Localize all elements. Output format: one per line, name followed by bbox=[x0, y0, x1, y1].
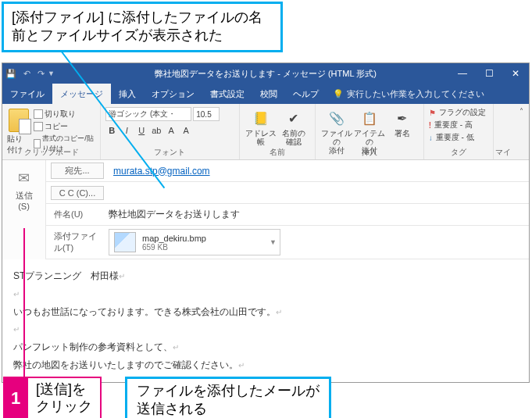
tags-group-label: タグ bbox=[424, 147, 493, 158]
address-book-label: アドレス帳 bbox=[245, 129, 277, 146]
high-importance-button[interactable]: !重要度 - 高 bbox=[429, 120, 488, 130]
font-size-select[interactable]: 10.5 bbox=[193, 107, 220, 121]
my-group-label: マイ bbox=[494, 147, 514, 158]
undo-icon[interactable]: ↶ bbox=[20, 69, 34, 79]
cc-row: C C (C)... bbox=[46, 182, 529, 204]
step-text: [送信]をクリック bbox=[28, 377, 102, 418]
maximize-button[interactable]: ☐ bbox=[476, 68, 502, 79]
redo-icon[interactable]: ↷ bbox=[34, 69, 48, 79]
paste-icon bbox=[9, 109, 29, 132]
to-button[interactable]: 宛先... bbox=[51, 163, 104, 179]
attachment-chip[interactable]: map_dekiru.bmp 659 KB ▼ bbox=[109, 229, 280, 255]
tell-me-search[interactable]: 💡 実行したい作業を入力してください bbox=[333, 88, 484, 100]
minimize-button[interactable]: — bbox=[449, 68, 476, 79]
save-icon[interactable]: 💾 bbox=[2, 69, 20, 79]
ribbon-group-clipboard: 貼り付け 切り取り コピー 書式のコピー/貼り付け クリップボード bbox=[2, 104, 101, 159]
callout-bottom: ファイルを添付したメールが送信される bbox=[125, 377, 331, 418]
check-names-icon: ✔ bbox=[284, 109, 303, 127]
cut-icon bbox=[34, 109, 43, 119]
cc-field[interactable] bbox=[109, 190, 529, 196]
address-book-button[interactable]: 📒 アドレス帳 bbox=[245, 105, 277, 146]
bulb-icon: 💡 bbox=[333, 89, 344, 99]
body-line: ↵ bbox=[13, 285, 518, 303]
font-group-label: フォント bbox=[101, 147, 238, 158]
body-line: 弊社の地図をお送りいたしますのでご確認ください。↵ bbox=[13, 356, 518, 374]
header-fields: 宛先... murata.stp@gmail.com C C (C)... 件名… bbox=[46, 160, 529, 259]
tab-insert[interactable]: 挿入 bbox=[111, 84, 144, 104]
high-importance-label: 重要度 - 高 bbox=[434, 120, 473, 130]
exclamation-icon: ! bbox=[429, 121, 431, 130]
step-pointer-line bbox=[23, 228, 25, 381]
include-group-label: 挿入 bbox=[316, 147, 423, 158]
cut-button[interactable]: 切り取り bbox=[34, 109, 95, 120]
flag-label: フラグの設定 bbox=[439, 107, 486, 118]
check-names-label: 名前の確認 bbox=[282, 129, 305, 146]
tell-me-label: 実行したい作業を入力してください bbox=[347, 88, 484, 100]
to-row: 宛先... murata.stp@gmail.com bbox=[46, 160, 529, 182]
tab-review[interactable]: 校閲 bbox=[252, 84, 285, 104]
send-label: 送信(S) bbox=[16, 190, 33, 211]
clipboard-group-label: クリップボード bbox=[2, 147, 100, 158]
signature-label: 署名 bbox=[395, 129, 410, 138]
cc-button[interactable]: C C (C)... bbox=[51, 186, 104, 200]
compose-area: ✉ 送信(S) 宛先... murata.stp@gmail.com C C (… bbox=[2, 160, 529, 259]
outlook-window: 💾 ↶ ↷ ▼ 弊社地図データをお送りします - メッセージ (HTML 形式)… bbox=[2, 63, 530, 383]
ribbon: 貼り付け 切り取り コピー 書式のコピー/貼り付け クリップボード 游ゴシック … bbox=[2, 104, 529, 160]
signature-button[interactable]: ✒ 署名 bbox=[386, 105, 419, 138]
flag-icon: ⚑ bbox=[429, 109, 436, 117]
font-color-button[interactable]: A bbox=[180, 124, 192, 137]
attachment-row: 添付ファイル(T) map_dekiru.bmp 659 KB ▼ bbox=[46, 226, 529, 259]
qat-dropdown-icon[interactable]: ▼ bbox=[48, 70, 59, 77]
to-field[interactable]: murata.stp@gmail.com bbox=[109, 163, 529, 180]
arrow-down-icon: ↓ bbox=[429, 134, 433, 142]
attachment-thumbnail-icon bbox=[114, 232, 136, 252]
attachment-size: 659 KB bbox=[142, 243, 206, 252]
ribbon-group-names: 📒 アドレス帳 ✔ 名前の確認 名前 bbox=[240, 104, 316, 159]
attachment-name: map_dekiru.bmp bbox=[142, 234, 206, 243]
tab-format[interactable]: 書式設定 bbox=[202, 84, 252, 104]
ribbon-tabs: ファイル メッセージ 挿入 オプション 書式設定 校閲 ヘルプ 💡 実行したい作… bbox=[2, 84, 529, 104]
paperclip-icon: 📎 bbox=[327, 109, 346, 127]
names-group-label: 名前 bbox=[240, 147, 315, 158]
step-number: 1 bbox=[3, 377, 28, 418]
low-importance-button[interactable]: ↓重要度 - 低 bbox=[429, 132, 488, 143]
subject-field[interactable]: 弊社地図データをお送りします bbox=[104, 205, 529, 224]
strike-button[interactable]: ab bbox=[150, 124, 162, 137]
title-bar: 💾 ↶ ↷ ▼ 弊社地図データをお送りします - メッセージ (HTML 形式)… bbox=[2, 63, 529, 84]
collapse-ribbon-button[interactable]: ˄ bbox=[513, 104, 529, 159]
copy-label: コピー bbox=[45, 121, 68, 132]
copy-icon bbox=[34, 122, 43, 131]
underline-button[interactable]: U bbox=[135, 124, 148, 137]
follow-up-button[interactable]: ⚑フラグの設定 bbox=[429, 107, 488, 118]
subject-row: 件名(U) 弊社地図データをお送りします bbox=[46, 204, 529, 226]
window-title: 弊社地図データをお送りします - メッセージ (HTML 形式) bbox=[155, 68, 377, 80]
font-name-select[interactable]: 游ゴシック (本文・ bbox=[105, 107, 191, 121]
send-icon: ✉ bbox=[18, 170, 30, 187]
attach-item-icon: 📋 bbox=[360, 109, 379, 127]
signature-icon: ✒ bbox=[393, 109, 412, 127]
attachment-label: 添付ファイル(T) bbox=[46, 230, 104, 254]
tab-file[interactable]: ファイル bbox=[2, 84, 52, 104]
ribbon-group-include: 📎 ファイルの添付 📋 アイテムの添付 ✒ 署名 挿入 bbox=[316, 104, 424, 159]
copy-button[interactable]: コピー bbox=[34, 121, 95, 132]
address-book-icon: 📒 bbox=[252, 109, 270, 127]
ribbon-group-my: マイ bbox=[494, 104, 514, 159]
check-names-button[interactable]: ✔ 名前の確認 bbox=[277, 105, 310, 146]
attachment-dropdown-icon[interactable]: ▼ bbox=[270, 238, 277, 246]
tab-options[interactable]: オプション bbox=[144, 84, 202, 104]
message-body[interactable]: STプランニング 村田様↵ ↵ いつもお世話になっております。できる株式会社の山… bbox=[2, 259, 529, 382]
body-line: いつもお世話になっております。できる株式会社の山田です。↵ bbox=[13, 303, 518, 321]
body-line: ↵ bbox=[13, 320, 518, 338]
cut-label: 切り取り bbox=[45, 109, 76, 120]
low-importance-label: 重要度 - 低 bbox=[436, 132, 474, 143]
step-callout: 1 [送信]をクリック bbox=[3, 377, 102, 418]
tab-message[interactable]: メッセージ bbox=[52, 84, 111, 104]
subject-label: 件名(U) bbox=[46, 209, 104, 220]
body-line: STプランニング 村田様↵ bbox=[13, 267, 518, 285]
close-button[interactable]: ✕ bbox=[502, 68, 529, 79]
highlight-button[interactable]: A bbox=[165, 124, 177, 137]
ribbon-group-tags: ⚑フラグの設定 !重要度 - 高 ↓重要度 - 低 タグ bbox=[424, 104, 494, 159]
tab-help[interactable]: ヘルプ bbox=[285, 84, 327, 104]
callout-top: [添付ファイル] に添付したファイルの名前とファイルサイズが表示された bbox=[2, 2, 283, 52]
body-line: パンフレット制作の参考資料として、↵ bbox=[13, 338, 518, 356]
